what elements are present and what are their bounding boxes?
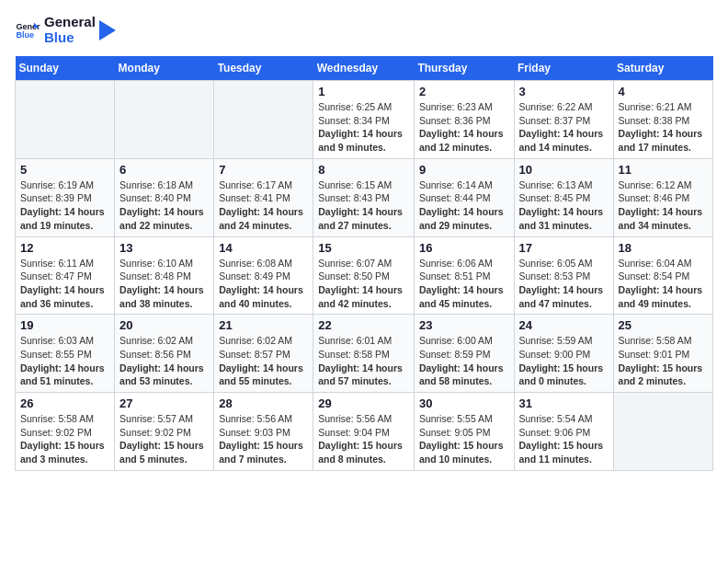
calendar-cell: 14Sunrise: 6:08 AMSunset: 8:49 PMDayligh… bbox=[214, 236, 313, 315]
day-number: 23 bbox=[419, 318, 509, 332]
calendar-cell: 13Sunrise: 6:10 AMSunset: 8:48 PMDayligh… bbox=[115, 236, 214, 315]
day-info: Sunrise: 6:01 AMSunset: 8:58 PMDaylight:… bbox=[318, 334, 409, 388]
day-info: Sunrise: 6:14 AMSunset: 8:44 PMDaylight:… bbox=[419, 178, 509, 233]
day-number: 31 bbox=[519, 396, 609, 410]
day-number: 13 bbox=[119, 241, 209, 255]
weekday-header-tuesday: Tuesday bbox=[214, 56, 313, 81]
day-info: Sunrise: 6:13 AMSunset: 8:45 PMDaylight:… bbox=[519, 178, 609, 233]
calendar-cell: 30Sunrise: 5:55 AMSunset: 9:05 PMDayligh… bbox=[414, 393, 514, 471]
logo-icon: General Blue bbox=[15, 17, 40, 43]
calendar-cell: 23Sunrise: 6:00 AMSunset: 8:59 PMDayligh… bbox=[414, 315, 514, 393]
svg-marker-3 bbox=[99, 20, 116, 40]
calendar-cell: 29Sunrise: 5:56 AMSunset: 9:04 PMDayligh… bbox=[313, 393, 415, 471]
day-info: Sunrise: 5:55 AMSunset: 9:05 PMDaylight:… bbox=[419, 412, 509, 466]
day-info: Sunrise: 6:00 AMSunset: 8:59 PMDaylight:… bbox=[419, 334, 509, 388]
day-number: 19 bbox=[20, 318, 109, 332]
calendar-cell: 28Sunrise: 5:56 AMSunset: 9:03 PMDayligh… bbox=[214, 393, 313, 471]
day-info: Sunrise: 5:59 AMSunset: 9:00 PMDaylight:… bbox=[519, 334, 609, 388]
weekday-header-thursday: Thursday bbox=[414, 56, 514, 81]
day-info: Sunrise: 6:23 AMSunset: 8:36 PMDaylight:… bbox=[419, 100, 509, 155]
day-number: 20 bbox=[119, 318, 209, 332]
day-info: Sunrise: 6:03 AMSunset: 8:55 PMDaylight:… bbox=[20, 334, 109, 388]
day-number: 12 bbox=[20, 241, 109, 255]
weekday-header-saturday: Saturday bbox=[613, 56, 712, 81]
calendar-cell: 3Sunrise: 6:22 AMSunset: 8:37 PMDaylight… bbox=[514, 81, 613, 159]
calendar-cell: 4Sunrise: 6:21 AMSunset: 8:38 PMDaylight… bbox=[613, 81, 712, 159]
calendar-cell: 6Sunrise: 6:18 AMSunset: 8:40 PMDaylight… bbox=[115, 158, 214, 236]
calendar-cell: 10Sunrise: 6:13 AMSunset: 8:45 PMDayligh… bbox=[514, 158, 613, 236]
day-number: 1 bbox=[318, 85, 409, 98]
calendar-cell: 31Sunrise: 5:54 AMSunset: 9:06 PMDayligh… bbox=[514, 393, 613, 471]
day-info: Sunrise: 6:25 AMSunset: 8:34 PMDaylight:… bbox=[318, 100, 409, 155]
day-info: Sunrise: 6:19 AMSunset: 8:39 PMDaylight:… bbox=[20, 178, 109, 233]
day-info: Sunrise: 5:58 AMSunset: 9:01 PMDaylight:… bbox=[619, 334, 708, 388]
calendar-cell: 20Sunrise: 6:02 AMSunset: 8:56 PMDayligh… bbox=[115, 315, 214, 393]
day-number: 28 bbox=[219, 396, 308, 410]
day-info: Sunrise: 6:02 AMSunset: 8:56 PMDaylight:… bbox=[119, 334, 209, 388]
calendar-week-row: 26Sunrise: 5:58 AMSunset: 9:02 PMDayligh… bbox=[16, 393, 713, 471]
calendar-cell bbox=[613, 393, 712, 471]
day-number: 24 bbox=[519, 318, 609, 332]
calendar-table: SundayMondayTuesdayWednesdayThursdayFrid… bbox=[15, 56, 713, 471]
day-info: Sunrise: 5:58 AMSunset: 9:02 PMDaylight:… bbox=[20, 412, 109, 466]
calendar-cell: 26Sunrise: 5:58 AMSunset: 9:02 PMDayligh… bbox=[16, 393, 115, 471]
day-number: 9 bbox=[419, 163, 509, 177]
day-number: 14 bbox=[219, 241, 308, 255]
day-info: Sunrise: 6:17 AMSunset: 8:41 PMDaylight:… bbox=[219, 178, 308, 233]
calendar-cell: 17Sunrise: 6:05 AMSunset: 8:53 PMDayligh… bbox=[514, 236, 613, 315]
logo-text-blue: Blue bbox=[44, 30, 96, 46]
day-info: Sunrise: 6:05 AMSunset: 8:53 PMDaylight:… bbox=[519, 257, 609, 311]
day-info: Sunrise: 6:10 AMSunset: 8:48 PMDaylight:… bbox=[119, 257, 209, 311]
day-number: 30 bbox=[419, 396, 509, 410]
calendar-week-row: 5Sunrise: 6:19 AMSunset: 8:39 PMDaylight… bbox=[16, 158, 713, 236]
day-number: 8 bbox=[318, 163, 409, 177]
calendar-cell: 5Sunrise: 6:19 AMSunset: 8:39 PMDaylight… bbox=[16, 158, 115, 236]
day-info: Sunrise: 6:15 AMSunset: 8:43 PMDaylight:… bbox=[318, 178, 409, 233]
calendar-cell bbox=[214, 81, 313, 159]
day-info: Sunrise: 6:04 AMSunset: 8:54 PMDaylight:… bbox=[619, 257, 708, 311]
calendar-cell: 2Sunrise: 6:23 AMSunset: 8:36 PMDaylight… bbox=[414, 81, 514, 159]
calendar-cell: 1Sunrise: 6:25 AMSunset: 8:34 PMDaylight… bbox=[313, 81, 415, 159]
day-info: Sunrise: 5:57 AMSunset: 9:02 PMDaylight:… bbox=[119, 412, 209, 466]
logo-text-general: General bbox=[44, 15, 96, 30]
day-info: Sunrise: 6:18 AMSunset: 8:40 PMDaylight:… bbox=[119, 178, 209, 233]
day-info: Sunrise: 6:21 AMSunset: 8:38 PMDaylight:… bbox=[619, 100, 708, 155]
day-info: Sunrise: 6:06 AMSunset: 8:51 PMDaylight:… bbox=[419, 257, 509, 311]
weekday-header-friday: Friday bbox=[514, 56, 613, 81]
day-info: Sunrise: 5:56 AMSunset: 9:03 PMDaylight:… bbox=[219, 412, 308, 466]
calendar-cell: 12Sunrise: 6:11 AMSunset: 8:47 PMDayligh… bbox=[16, 236, 115, 315]
day-info: Sunrise: 6:11 AMSunset: 8:47 PMDaylight:… bbox=[20, 257, 109, 311]
calendar-cell: 21Sunrise: 6:02 AMSunset: 8:57 PMDayligh… bbox=[214, 315, 313, 393]
day-number: 16 bbox=[419, 241, 509, 255]
page-header: General Blue General Blue bbox=[15, 15, 713, 45]
day-number: 11 bbox=[619, 163, 708, 177]
calendar-cell: 8Sunrise: 6:15 AMSunset: 8:43 PMDaylight… bbox=[313, 158, 415, 236]
day-number: 29 bbox=[318, 396, 409, 410]
day-number: 4 bbox=[619, 85, 708, 98]
calendar-cell: 11Sunrise: 6:12 AMSunset: 8:46 PMDayligh… bbox=[613, 158, 712, 236]
day-number: 22 bbox=[318, 318, 409, 332]
calendar-cell: 27Sunrise: 5:57 AMSunset: 9:02 PMDayligh… bbox=[115, 393, 214, 471]
calendar-week-row: 1Sunrise: 6:25 AMSunset: 8:34 PMDaylight… bbox=[16, 81, 713, 159]
logo-triangle-icon bbox=[99, 20, 116, 40]
day-number: 27 bbox=[119, 396, 209, 410]
weekday-header-sunday: Sunday bbox=[16, 56, 115, 81]
day-number: 26 bbox=[20, 396, 109, 410]
day-info: Sunrise: 6:02 AMSunset: 8:57 PMDaylight:… bbox=[219, 334, 308, 388]
day-number: 6 bbox=[119, 163, 209, 177]
calendar-cell: 7Sunrise: 6:17 AMSunset: 8:41 PMDaylight… bbox=[214, 158, 313, 236]
calendar-cell: 16Sunrise: 6:06 AMSunset: 8:51 PMDayligh… bbox=[414, 236, 514, 315]
day-info: Sunrise: 6:22 AMSunset: 8:37 PMDaylight:… bbox=[519, 100, 609, 155]
day-number: 5 bbox=[20, 163, 109, 177]
day-number: 15 bbox=[318, 241, 409, 255]
calendar-cell: 15Sunrise: 6:07 AMSunset: 8:50 PMDayligh… bbox=[313, 236, 415, 315]
calendar-cell: 25Sunrise: 5:58 AMSunset: 9:01 PMDayligh… bbox=[613, 315, 712, 393]
calendar-cell: 18Sunrise: 6:04 AMSunset: 8:54 PMDayligh… bbox=[613, 236, 712, 315]
weekday-header-wednesday: Wednesday bbox=[313, 56, 415, 81]
day-number: 25 bbox=[619, 318, 708, 332]
weekday-header-row: SundayMondayTuesdayWednesdayThursdayFrid… bbox=[16, 56, 713, 81]
day-number: 17 bbox=[519, 241, 609, 255]
calendar-week-row: 19Sunrise: 6:03 AMSunset: 8:55 PMDayligh… bbox=[16, 315, 713, 393]
svg-text:Blue: Blue bbox=[16, 30, 34, 40]
day-number: 21 bbox=[219, 318, 308, 332]
